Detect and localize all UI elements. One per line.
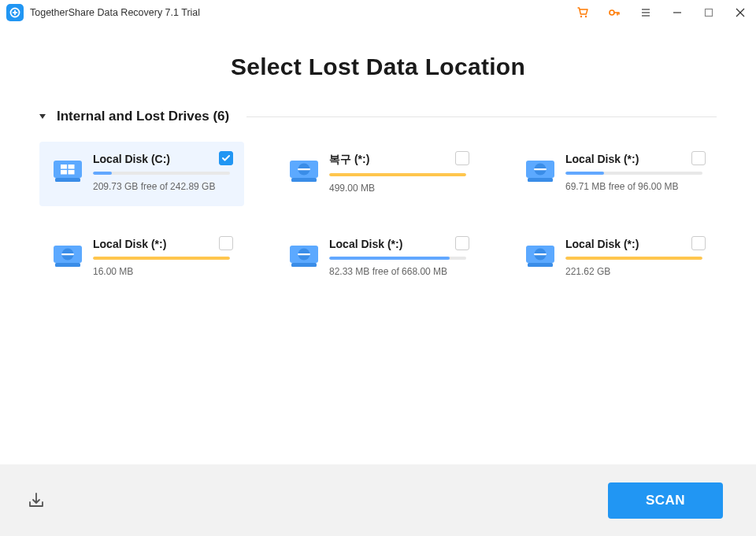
drive-info: Local Disk (*:)82.33 MB free of 668.00 M… (329, 238, 466, 277)
maximize-button[interactable] (693, 0, 724, 25)
drive-card[interactable]: Local Disk (*:)82.33 MB free of 668.00 M… (276, 227, 480, 290)
drive-name: Local Disk (*:) (565, 153, 702, 165)
drive-card[interactable]: Local Disk (*:)69.71 MB free of 96.00 MB (512, 142, 717, 206)
drive-checkbox[interactable] (691, 151, 706, 165)
svg-rect-13 (54, 161, 82, 178)
section-title: Internal and Lost Drives (6) (57, 109, 229, 124)
drive-checkbox[interactable] (691, 236, 706, 250)
svg-rect-16 (69, 164, 75, 169)
svg-rect-18 (69, 170, 75, 175)
close-button[interactable] (724, 0, 756, 25)
drive-card[interactable]: 복구 (*:)499.00 MB (276, 142, 480, 206)
drive-name: Local Disk (*:) (565, 238, 702, 250)
drive-info: Local Disk (*:)16.00 MB (93, 238, 230, 277)
app-title: TogetherShare Data Recovery 7.1 Trial (30, 7, 200, 18)
drive-icon (524, 156, 556, 184)
svg-rect-15 (61, 164, 67, 169)
drive-status: 82.33 MB free of 668.00 MB (329, 266, 466, 277)
drive-info: Local Disk (*:)221.62 GB (565, 238, 702, 277)
minimize-button[interactable] (662, 0, 693, 25)
drive-checkbox[interactable] (219, 236, 233, 250)
main-content: Select Lost Data Location Internal and L… (0, 25, 756, 464)
footer: SCAN (0, 464, 756, 536)
drive-usage-bar (565, 257, 702, 260)
drive-usage-bar (329, 173, 466, 176)
drive-info: Local Disk (C:)209.73 GB free of 242.89 … (93, 153, 230, 194)
svg-rect-30 (61, 253, 74, 255)
drive-info: 복구 (*:)499.00 MB (329, 153, 466, 194)
drive-name: 복구 (*:) (329, 153, 466, 167)
svg-rect-14 (55, 178, 80, 182)
menu-button[interactable] (630, 0, 662, 25)
cart-button[interactable] (567, 0, 598, 25)
key-button[interactable] (598, 0, 630, 25)
drive-status: 221.62 GB (565, 266, 702, 277)
drive-icon (288, 241, 320, 269)
drive-usage-bar (93, 257, 230, 260)
section-divider (246, 116, 717, 117)
svg-rect-24 (528, 178, 553, 182)
drive-icon (52, 156, 83, 184)
drive-status: 499.00 MB (329, 183, 466, 194)
drive-card[interactable]: Local Disk (*:)221.62 GB (512, 227, 717, 290)
svg-point-5 (610, 10, 614, 15)
drive-name: Local Disk (*:) (329, 238, 466, 250)
drive-info: Local Disk (*:)69.71 MB free of 96.00 MB (565, 153, 702, 194)
svg-rect-36 (528, 263, 553, 267)
svg-rect-10 (706, 9, 713, 17)
svg-rect-38 (534, 253, 547, 255)
scan-button[interactable]: SCAN (608, 482, 723, 519)
drive-name: Local Disk (C:) (93, 153, 230, 165)
drive-checkbox[interactable] (219, 151, 233, 165)
svg-rect-20 (291, 178, 317, 182)
app-logo-icon (6, 4, 24, 21)
drive-card[interactable]: Local Disk (*:)16.00 MB (39, 227, 244, 290)
svg-rect-34 (298, 253, 310, 255)
section-header[interactable]: Internal and Lost Drives (6) (39, 109, 717, 124)
drive-icon (524, 241, 556, 269)
drive-usage-bar (329, 257, 466, 260)
svg-rect-32 (291, 263, 317, 267)
drives-grid: Local Disk (C:)209.73 GB free of 242.89 … (39, 142, 717, 290)
drive-card[interactable]: Local Disk (C:)209.73 GB free of 242.89 … (39, 142, 244, 206)
svg-point-4 (585, 16, 587, 17)
drive-status: 69.71 MB free of 96.00 MB (565, 181, 702, 192)
drive-checkbox[interactable] (455, 236, 469, 250)
collapse-arrow-icon (39, 114, 46, 119)
drive-status: 16.00 MB (93, 266, 230, 277)
import-button[interactable] (20, 485, 52, 516)
titlebar: TogetherShare Data Recovery 7.1 Trial (0, 0, 756, 25)
page-title: Select Lost Data Location (39, 54, 717, 80)
drive-usage-bar (93, 172, 230, 175)
drive-name: Local Disk (*:) (93, 238, 230, 250)
svg-rect-26 (534, 168, 547, 170)
drive-usage-bar (565, 172, 702, 175)
svg-rect-17 (61, 170, 67, 175)
svg-rect-28 (55, 263, 80, 267)
svg-point-3 (580, 16, 582, 17)
drive-checkbox[interactable] (455, 151, 469, 165)
svg-rect-22 (298, 168, 310, 170)
drive-icon (288, 156, 320, 184)
drive-icon (52, 241, 83, 269)
drive-status: 209.73 GB free of 242.89 GB (93, 181, 230, 192)
